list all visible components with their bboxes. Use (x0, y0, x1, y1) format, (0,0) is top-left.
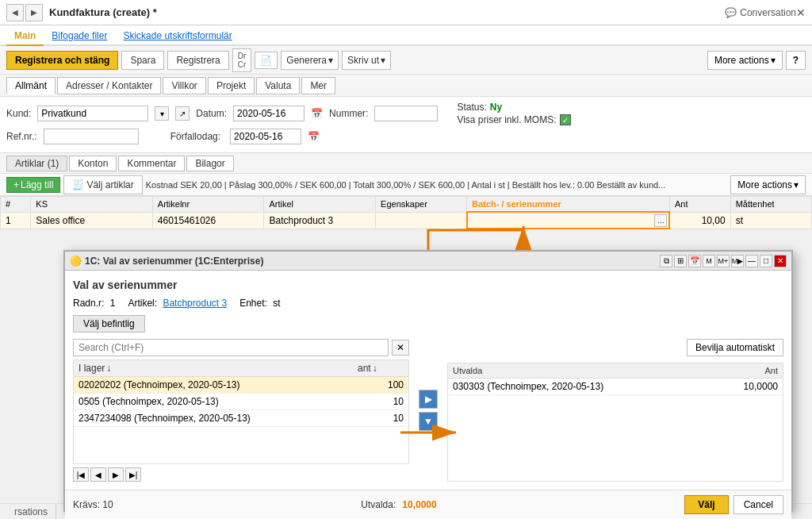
cell-artikelnr: 46015461026 (152, 212, 264, 229)
generate-dropdown-icon: ▾ (328, 55, 333, 66)
list-item[interactable]: 2347234098 (Technoimpex, 2020-05-13) 10 (74, 410, 408, 427)
valj-button[interactable]: Välj (684, 495, 728, 514)
col-header-batch: Batch- / serienummer (467, 197, 670, 213)
footer-utvalda-label: Utvalda: (361, 499, 396, 510)
bottom-tab-rsations[interactable]: rsations (6, 505, 56, 519)
select-article-button[interactable]: 🧾 Välj artiklar (63, 175, 142, 194)
list-item[interactable]: 0505 (Technoimpex, 2020-05-13) 10 (74, 394, 408, 410)
footer-utvalda-value: 10,0000 (402, 499, 436, 510)
arrow-prev-btn[interactable]: ◀ (90, 467, 106, 482)
ref-input[interactable] (44, 129, 139, 144)
section-tab-artiklar[interactable]: Artiklar (1) (6, 156, 67, 171)
col-header-artikelnr: Artikelnr (152, 197, 264, 213)
search-input[interactable] (73, 339, 389, 356)
help-button[interactable]: ? (786, 51, 806, 70)
search-clear-btn[interactable]: ✕ (392, 340, 409, 356)
cell-batch[interactable]: … (467, 212, 670, 229)
tab-bifogade[interactable]: Bifogade filer (44, 27, 115, 46)
section-tab-bilagor[interactable]: Bilagor (186, 156, 233, 171)
modal-minimize-btn[interactable]: — (745, 255, 758, 267)
right-item-qty: 10,0000 (722, 381, 778, 392)
modal-artikel-label: Artikel: (128, 298, 157, 309)
modal-radnr-value: 1 (110, 298, 116, 309)
section-tab-kommentar[interactable]: Kommentar (118, 156, 185, 171)
generate-button[interactable]: Generera ▾ (281, 51, 339, 70)
dr-cr-button[interactable]: DrCr (232, 48, 252, 72)
col-header-artikel: Artikel (264, 197, 376, 213)
items-toolbar: + Lägg till 🧾 Välj artiklar Kostnad SEK … (0, 174, 812, 196)
list-item[interactable]: 02020202 (Technoimpex, 2020-05-13) 100 (74, 377, 408, 394)
subtab-mer[interactable]: Mer (301, 77, 335, 94)
save-button[interactable]: Spara (121, 51, 164, 70)
due-date-calendar-icon[interactable]: 📅 (308, 131, 320, 142)
number-input[interactable] (374, 106, 438, 121)
forward-button[interactable]: ▶ (25, 4, 43, 21)
items-more-actions-label: More actions (737, 179, 792, 190)
add-item-button[interactable]: + Lägg till (6, 177, 60, 193)
form-area: Kund: ▾ ↗ Datum: 📅 Nummer: Status: Ny Vi… (0, 97, 812, 153)
modal-enhet-value: st (273, 298, 280, 309)
arrow-last-btn[interactable]: ▶| (125, 467, 141, 482)
modal-copy-icon[interactable]: ⧉ (660, 255, 672, 267)
tab-main[interactable]: Main (6, 27, 44, 46)
save-icon-button[interactable]: 📄 (255, 52, 278, 69)
tab-skickade[interactable]: Skickade utskriftsformulär (115, 27, 239, 46)
due-date-input[interactable] (230, 129, 301, 144)
subtab-allman[interactable]: Allmänt (6, 77, 56, 94)
arrow-next-btn[interactable]: ▶ (108, 467, 124, 482)
left-col1-header: I lager ↓ (74, 360, 353, 376)
subtab-adresser[interactable]: Adresser / Kontakter (57, 77, 161, 94)
add-item-plus-icon: + (13, 179, 19, 190)
modal-restore-btn[interactable]: □ (760, 255, 772, 267)
date-input[interactable] (233, 106, 304, 121)
modal-artikel-link[interactable]: Batchproduct 3 (163, 298, 227, 309)
print-dropdown-icon: ▾ (381, 55, 385, 66)
customer-input[interactable] (37, 106, 148, 121)
bevilja-automatiskt-btn[interactable]: Bevilja automatiskt (687, 339, 783, 356)
modal-title-text: 1C: Val av serienummer (1C:Enterprise) (85, 256, 263, 267)
select-article-label: Välj artiklar (86, 179, 133, 190)
customer-open-btn[interactable]: ↗ (175, 106, 190, 121)
col-header-ks: KS (31, 197, 152, 213)
modal-calendar2-icon[interactable]: 📅 (688, 255, 701, 267)
subtab-villkor[interactable]: Villkor (163, 77, 205, 94)
modal-inner-tab: Välj befintlig (73, 315, 783, 333)
items-more-actions-button[interactable]: More actions ▾ (730, 175, 806, 194)
modal-table-icon[interactable]: ⊞ (674, 255, 687, 267)
modal-close-btn[interactable]: ✕ (774, 255, 787, 267)
back-button[interactable]: ◀ (6, 4, 24, 21)
section-tab-konton[interactable]: Konton (69, 156, 117, 171)
arrow-first-btn[interactable]: |◀ (73, 467, 89, 482)
modal-body: Val av serienummer Radn.r: 1 Artikel: Ba… (65, 271, 791, 490)
right-list-item[interactable]: 030303 (Technoimpex, 2020-05-13) 10,0000 (448, 379, 783, 395)
subtab-valuta[interactable]: Valuta (256, 77, 300, 94)
modal-footer: Krävs: 10 Utvalda: 10,0000 Välj Cancel (65, 490, 791, 519)
batch-open-btn[interactable]: … (654, 214, 667, 227)
modal-m-plus-btn[interactable]: M+ (717, 255, 730, 267)
list-item-name: 0505 (Technoimpex, 2020-05-13) (79, 396, 356, 407)
visa-priser-checkbox[interactable]: ✓ (560, 114, 571, 125)
list-item-name: 02020202 (Technoimpex, 2020-05-13) (79, 379, 356, 390)
modal-enhet-label: Enhet: (239, 298, 267, 309)
date-calendar-icon[interactable]: 📅 (311, 108, 323, 119)
customer-dropdown-btn[interactable]: ▾ (155, 106, 169, 121)
transfer-right-btn[interactable]: ▶ (419, 390, 438, 409)
conversation-button[interactable]: 💬 Conversation (725, 7, 796, 18)
right-list-header: Utvalda Ant (447, 363, 783, 378)
table-row[interactable]: 1 Sales office 46015461026 Batchproduct … (1, 212, 812, 229)
register-button[interactable]: Registrera (167, 51, 228, 70)
valj-befintlig-btn[interactable]: Välj befintlig (73, 315, 145, 333)
cell-ks: Sales office (31, 212, 152, 229)
print-button[interactable]: Skriv ut ▾ (342, 51, 391, 70)
modal-m-arrow-btn[interactable]: M▶ (731, 255, 744, 267)
window-close-button[interactable]: ✕ (796, 6, 806, 19)
left-list-header: I lager ↓ ant ↓ (73, 359, 409, 376)
transfer-left-btn[interactable]: ▼ (419, 412, 438, 431)
cancel-modal-button[interactable]: Cancel (733, 495, 783, 514)
print-label: Skriv ut (347, 55, 379, 66)
more-actions-button[interactable]: More actions ▾ (707, 51, 783, 70)
register-close-button[interactable]: Registrera och stäng (6, 51, 118, 70)
modal-m-btn[interactable]: M (703, 255, 715, 267)
due-date-label: Förfallodag: (170, 131, 220, 142)
subtab-projekt[interactable]: Projekt (208, 77, 255, 94)
